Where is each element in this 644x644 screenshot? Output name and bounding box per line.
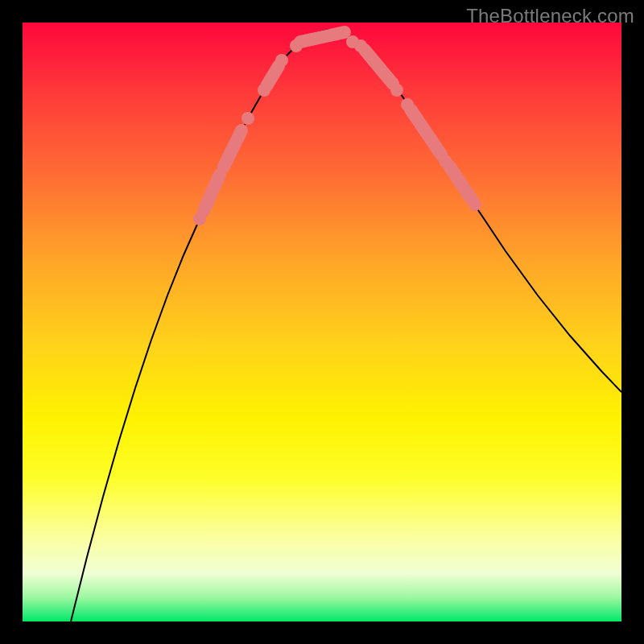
chart-frame bbox=[23, 23, 621, 621]
bottleneck-curve bbox=[71, 30, 621, 621]
bead-pill bbox=[411, 109, 441, 155]
bead-dot bbox=[242, 112, 254, 125]
bead-pill bbox=[266, 66, 279, 86]
watermark-text: TheBottleneck.com bbox=[466, 5, 634, 27]
bottleneck-plot bbox=[23, 23, 621, 621]
bead-dot bbox=[469, 198, 481, 211]
bead-pill bbox=[449, 166, 472, 200]
beads-group bbox=[193, 32, 481, 225]
bead-pill bbox=[224, 130, 242, 167]
bead-pill bbox=[365, 50, 393, 84]
bead-dot bbox=[275, 54, 288, 67]
bead-pill bbox=[204, 175, 220, 211]
bead-pill bbox=[300, 32, 345, 42]
